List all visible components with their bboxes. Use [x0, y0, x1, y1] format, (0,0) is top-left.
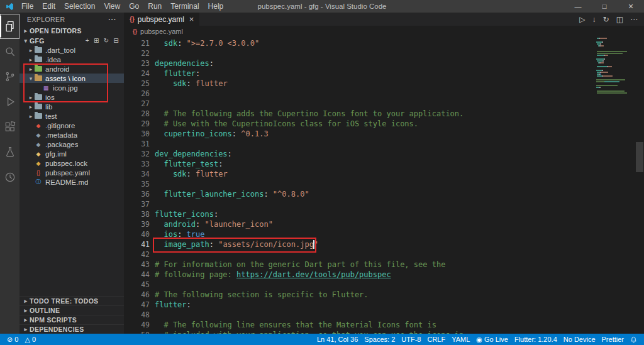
minimap[interactable]: [596, 38, 635, 94]
split-editor-icon[interactable]: ◫: [616, 15, 623, 24]
tree-item-test[interactable]: ▸test: [19, 111, 124, 121]
collapse-folders-icon[interactable]: ⊟: [113, 37, 119, 44]
chevron-right-icon: ▸: [27, 57, 35, 63]
minimize-button[interactable]: —: [565, 0, 591, 13]
code-line-31[interactable]: 31: [124, 139, 596, 149]
close-window-button[interactable]: ×: [618, 0, 644, 13]
status-cursor-position[interactable]: Ln 41, Col 36: [314, 336, 361, 343]
line-number: 26: [124, 89, 150, 99]
code-line-26[interactable]: 26: [124, 89, 596, 99]
breadcrumb[interactable]: {} pubspec.yaml: [124, 26, 644, 36]
menu-file[interactable]: File: [17, 2, 38, 11]
code-line-42[interactable]: 42: [124, 249, 596, 260]
open-editors-section[interactable]: ▸ OPEN EDITORS: [19, 26, 124, 36]
code-line-49[interactable]: 49 # The following line ensures that the…: [124, 320, 596, 330]
menu-selection[interactable]: Selection: [60, 2, 99, 11]
sync-icon[interactable]: ↻: [603, 15, 609, 24]
run-icon[interactable]: ▷: [579, 15, 585, 24]
tree-item-pubspec.yaml[interactable]: {}pubspec.yaml: [19, 168, 124, 177]
source-control-icon[interactable]: [0, 64, 19, 89]
tree-item-ios[interactable]: ▸ios: [19, 92, 124, 102]
new-file-icon[interactable]: +: [86, 37, 89, 44]
code-line-46[interactable]: 46# The following section is specific to…: [124, 290, 596, 300]
refresh-explorer-icon[interactable]: ↻: [104, 37, 109, 44]
tree-item-.metadata[interactable]: ◆.metadata: [19, 130, 124, 140]
code-line-43[interactable]: 43# For information on the generic Dart …: [124, 260, 596, 270]
explorer-icon[interactable]: [0, 14, 19, 39]
run-debug-icon[interactable]: [0, 89, 19, 114]
extensions-icon[interactable]: [0, 114, 19, 140]
section-npm-scripts[interactable]: ▸NPM SCRIPTS: [19, 315, 124, 324]
breadcrumb-item[interactable]: pubspec.yaml: [140, 28, 183, 35]
menu-terminal[interactable]: Terminal: [166, 2, 203, 11]
code-line-38[interactable]: 38flutter_icons:: [124, 209, 596, 219]
tree-item-.packages[interactable]: ◆.packages: [19, 140, 124, 149]
code-line-21[interactable]: 21 sdk: ">=2.7.0 <3.0.0": [124, 38, 596, 48]
editor-scrollbar[interactable]: [635, 36, 644, 334]
code-line-45[interactable]: 45: [124, 280, 596, 290]
code-line-41[interactable]: 41 image_path: "assets/icon/icon.jpg": [124, 239, 596, 249]
code-line-35[interactable]: 35: [124, 179, 596, 189]
status-indentation[interactable]: Spaces: 2: [361, 336, 398, 343]
tree-item-gfg.iml[interactable]: ◆gfg.iml: [19, 149, 124, 158]
code-line-30[interactable]: 30 cupertino_icons: ^0.1.3: [124, 129, 596, 139]
menu-go[interactable]: Go: [125, 2, 143, 11]
code-line-48[interactable]: 48: [124, 310, 596, 320]
code-line-23[interactable]: 23dependencies:: [124, 58, 596, 68]
project-root-row[interactable]: ▾ GFG +⊞↻⊟: [19, 36, 124, 45]
code-line-40[interactable]: 40 ios: true: [124, 229, 596, 239]
search-icon[interactable]: [0, 39, 19, 64]
menu-help[interactable]: Help: [204, 2, 228, 11]
status-prettier[interactable]: Prettier: [599, 336, 627, 343]
code-line-33[interactable]: 33 flutter_test:: [124, 159, 596, 169]
code-line-27[interactable]: 27: [124, 99, 596, 109]
code-line-28[interactable]: 28 # The following adds the Cupertino Ic…: [124, 109, 596, 119]
code-line-32[interactable]: 32dev_dependencies:: [124, 149, 596, 159]
tree-item-assets-icon[interactable]: ▾assets \ icon: [19, 74, 124, 83]
code-line-22[interactable]: 22: [124, 48, 596, 58]
code-line-36[interactable]: 36 flutter_launcher_icons: "^0.8.0": [124, 189, 596, 199]
flutter-devtools-icon[interactable]: [0, 165, 19, 190]
close-tab-icon[interactable]: ×: [189, 14, 194, 24]
status-eol[interactable]: CRLF: [424, 336, 448, 343]
code-line-24[interactable]: 24 flutter:: [124, 68, 596, 79]
tree-item-.gitignore[interactable]: ◆.gitignore: [19, 121, 124, 130]
maximize-button[interactable]: □: [591, 0, 618, 13]
warnings-indicator[interactable]: △ 0: [21, 336, 39, 344]
code-line-25[interactable]: 25 sdk: flutter: [124, 79, 596, 89]
status-language-mode[interactable]: YAML: [448, 336, 473, 343]
tree-item-lib[interactable]: ▸lib: [19, 102, 124, 111]
more-actions-icon[interactable]: ⋯: [630, 15, 638, 24]
tree-item-icon.jpg[interactable]: ▦icon.jpg: [19, 83, 124, 92]
section-dependencies[interactable]: ▸DEPENDENCIES: [19, 324, 124, 334]
test-beaker-icon[interactable]: [0, 140, 19, 165]
tree-item-.idea[interactable]: ▸.idea: [19, 55, 124, 64]
tree-item-readme.md[interactable]: ⓘREADME.md: [19, 177, 124, 187]
errors-indicator[interactable]: ⊘ 0: [4, 336, 21, 344]
tab-pubspec-yaml[interactable]: {} pubspec.yaml ×: [124, 13, 199, 26]
code-line-47[interactable]: 47flutter:: [124, 300, 596, 310]
download-icon[interactable]: ↓: [592, 15, 596, 24]
tree-item-.dart-tool[interactable]: ▸.dart_tool: [19, 45, 124, 55]
status-go-live[interactable]: ◉ Go Live: [473, 336, 511, 344]
code-line-34[interactable]: 34 sdk: flutter: [124, 169, 596, 179]
tree-item-android[interactable]: ▸android: [19, 64, 124, 74]
tree-item-pubspec.lock[interactable]: ◆pubspec.lock: [19, 158, 124, 168]
status-notifications[interactable]: [627, 336, 640, 343]
section-todo-tree-todos[interactable]: ▸TODO TREE: TODOS: [19, 296, 124, 305]
new-folder-icon[interactable]: ⊞: [94, 37, 99, 44]
status-encoding[interactable]: UTF-8: [398, 336, 424, 343]
code-line-29[interactable]: 29 # Use with the CupertinoIcons class f…: [124, 119, 596, 129]
code-line-44[interactable]: 44# following page: https://dart.dev/too…: [124, 270, 596, 280]
section-label: TODO TREE: TODOS: [30, 297, 98, 305]
code-line-39[interactable]: 39 android: "launcher_icon": [124, 219, 596, 229]
status-flutter-version[interactable]: Flutter: 1.20.4: [511, 336, 560, 343]
menu-run[interactable]: Run: [143, 2, 166, 11]
menu-edit[interactable]: Edit: [38, 2, 60, 11]
more-actions-icon[interactable]: ⋯: [108, 14, 116, 24]
status-device[interactable]: No Device: [560, 336, 599, 343]
scrollbar-thumb[interactable]: [636, 142, 643, 172]
menu-view[interactable]: View: [99, 2, 125, 11]
section-outline[interactable]: ▸OUTLINE: [19, 305, 124, 315]
code-line-37[interactable]: 37: [124, 199, 596, 209]
